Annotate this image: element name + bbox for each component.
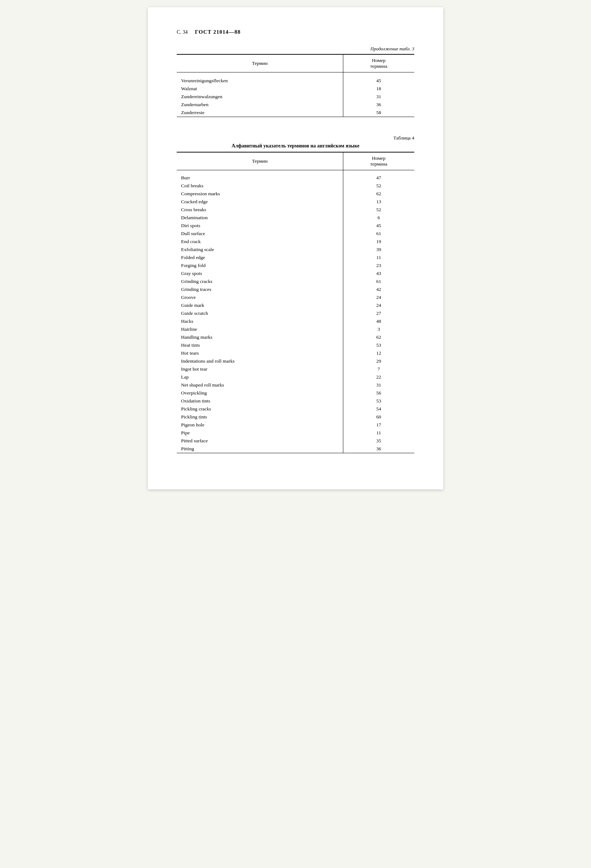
term-cell: Pipe (177, 429, 343, 437)
table4-label: Таблица 4 (177, 135, 414, 141)
table-row: Zunderreste 58 (177, 109, 414, 117)
table-row: Handling marks 62 (177, 333, 414, 341)
term-cell: Delamination (177, 214, 343, 222)
number-cell: 22 (343, 373, 414, 381)
table-row: Gray spots 43 (177, 270, 414, 278)
number-cell: 11 (343, 254, 414, 261)
page-number: С. 34 (177, 30, 187, 35)
term-cell: Overpickling (177, 389, 343, 397)
number-cell: 42 (343, 285, 414, 294)
number-cell: 13 (343, 198, 414, 206)
table-row: Forging fold 23 (177, 261, 414, 270)
table4-header-row: Термин Номертермина (177, 152, 414, 170)
term-cell: Indentations and roll marks (177, 357, 343, 365)
table-row: Dull surface 61 (177, 230, 414, 238)
table-row: Heat tints 53 (177, 341, 414, 349)
term-cell: Zundernarben (177, 101, 343, 109)
number-cell: 3 (343, 325, 414, 333)
number-cell: 24 (343, 301, 414, 309)
continuation-label: Продолжение табл. 3 (177, 46, 414, 52)
table-row: Hairline 3 (177, 325, 414, 333)
table-row: Zundernarben 36 (177, 101, 414, 109)
table-row: Guide scratch 27 (177, 309, 414, 317)
term-cell: Dull surface (177, 230, 343, 238)
table3-container: Продолжение табл. 3 Термин Номертермина … (177, 46, 414, 117)
term-cell: Zundereinwalzungen (177, 93, 343, 101)
number-cell: 61 (343, 230, 414, 238)
table-row: Indentations and roll marks 29 (177, 357, 414, 365)
term-cell: Guide mark (177, 301, 343, 309)
number-cell: 53 (343, 397, 414, 405)
term-cell: Cracked edge (177, 198, 343, 206)
number-cell: 18 (343, 85, 414, 93)
number-cell: 62 (343, 190, 414, 198)
number-cell: 7 (343, 365, 414, 373)
table-row: Groove 24 (177, 294, 414, 301)
number-cell: 45 (343, 77, 414, 85)
table-row: Grinding traces 42 (177, 285, 414, 294)
table-row: Grinding cracks 61 (177, 278, 414, 285)
number-cell: 58 (343, 109, 414, 117)
term-cell: Grinding traces (177, 285, 343, 294)
table3-header-row: Термин Номертермина (177, 54, 414, 72)
table-row: Net shaped roll marks 31 (177, 381, 414, 389)
term-cell: Guide scratch (177, 309, 343, 317)
term-cell: Ingot hot tear (177, 365, 343, 373)
table3-col-term-header: Термин (177, 54, 343, 72)
table3-spacer (177, 72, 414, 77)
number-cell: 36 (343, 445, 414, 453)
table4-spacer (177, 170, 414, 174)
number-cell: 52 (343, 182, 414, 190)
term-cell: Groove (177, 294, 343, 301)
table-row: Overpickling 56 (177, 389, 414, 397)
number-cell: 23 (343, 261, 414, 270)
table3: Термин Номертермина Verunreinigungsfleck… (177, 54, 414, 117)
table-row: Cross breaks 52 (177, 206, 414, 214)
number-cell: 27 (343, 309, 414, 317)
number-cell: 31 (343, 93, 414, 101)
number-cell: 39 (343, 246, 414, 254)
page: С. 34 ГОСТ 21014—88 Продолжение табл. 3 … (148, 7, 443, 489)
term-cell: Dirt spots (177, 222, 343, 230)
term-cell: Verunreinigungsflecken (177, 77, 343, 85)
term-cell: Heat tints (177, 341, 343, 349)
table-row: Pigeon hole 17 (177, 421, 414, 429)
number-cell: 53 (343, 341, 414, 349)
table-row: Hacks 48 (177, 317, 414, 325)
term-cell: Pitted surface (177, 437, 343, 445)
number-cell: 52 (343, 206, 414, 214)
number-cell: 61 (343, 278, 414, 285)
number-cell: 6 (343, 214, 414, 222)
table-row: Zundereinwalzungen 31 (177, 93, 414, 101)
term-cell: Pickling cracks (177, 405, 343, 413)
table-row: Ingot hot tear 7 (177, 365, 414, 373)
number-cell: 60 (343, 413, 414, 421)
number-cell: 48 (343, 317, 414, 325)
number-cell: 12 (343, 349, 414, 357)
term-cell: Burr (177, 174, 343, 182)
term-cell: Grinding cracks (177, 278, 343, 285)
term-cell: Net shaped roll marks (177, 381, 343, 389)
term-cell: Pickling tints (177, 413, 343, 421)
number-cell: 11 (343, 429, 414, 437)
term-cell: Hacks (177, 317, 343, 325)
gost-number: ГОСТ 21014—88 (195, 29, 240, 35)
term-cell: Zunderreste (177, 109, 343, 117)
number-cell: 43 (343, 270, 414, 278)
table-row: Hot tears 12 (177, 349, 414, 357)
table-row: Delamination 6 (177, 214, 414, 222)
table-row: Burr 47 (177, 174, 414, 182)
table-row: Oxidation tints 53 (177, 397, 414, 405)
term-cell: Folded edge (177, 254, 343, 261)
term-cell: Compression marks (177, 190, 343, 198)
table-row: Folded edge 11 (177, 254, 414, 261)
page-header: С. 34 ГОСТ 21014—88 (177, 29, 414, 35)
number-cell: 19 (343, 238, 414, 246)
table-row: Verunreinigungsflecken 45 (177, 77, 414, 85)
term-cell: Handling marks (177, 333, 343, 341)
term-cell: Hairline (177, 325, 343, 333)
term-cell: Exfoliating scale (177, 246, 343, 254)
number-cell: 31 (343, 381, 414, 389)
number-cell: 36 (343, 101, 414, 109)
table4: Термин Номертермина Burr 47 Coil breaks … (177, 152, 414, 453)
